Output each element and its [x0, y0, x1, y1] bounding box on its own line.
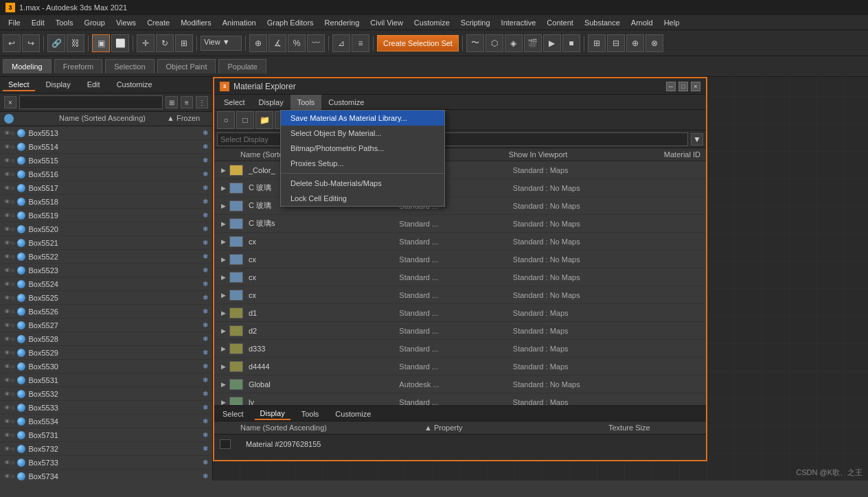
lp-list-row[interactable]: 👁 ○ Box5531 ❄ [0, 373, 212, 387]
lp-list-row[interactable]: 👁 ○ Box5518 ❄ [0, 195, 212, 209]
render-frame-btn[interactable]: ▶ [543, 34, 561, 52]
lp-list-row[interactable]: 👁 ○ Box5515 ❄ [0, 154, 212, 167]
menu-modifiers[interactable]: Modifiers [175, 17, 217, 28]
lp-options-btn[interactable]: ⋮ [196, 96, 208, 108]
mat-expand-arrow[interactable]: ▶ [220, 203, 227, 209]
menu-file[interactable]: File [3, 17, 26, 28]
menu-civil-view[interactable]: Civil View [365, 17, 408, 28]
mat-expand-arrow[interactable]: ▶ [220, 256, 227, 263]
mat-list-row[interactable]: ▶ d4444 Standard ... Standard : Maps [214, 358, 706, 375]
lp-list-row[interactable]: 👁 ○ Box5733 ❄ [0, 456, 212, 470]
mat-expand-arrow[interactable]: ▶ [220, 363, 227, 370]
mat-list-row[interactable]: ▶ cx Standard ... Standard : No Maps [214, 251, 706, 268]
mat-search-btn[interactable]: ▼ [691, 133, 703, 146]
angle-snap-btn[interactable]: ∡ [269, 34, 286, 52]
menu-substance[interactable]: Substance [579, 17, 626, 28]
lp-list-row[interactable]: 👁 ○ Box5514 ❄ [0, 140, 212, 154]
dd-save-material-library[interactable]: Save Material As Material Library... [281, 111, 444, 126]
more-btn3[interactable]: ⊕ [626, 34, 644, 52]
more-btn2[interactable]: ⊟ [607, 34, 625, 52]
percent-snap-btn[interactable]: % [288, 34, 306, 52]
link-btn[interactable]: 🔗 [47, 34, 65, 52]
mat-list-row[interactable]: ▶ cx Standard ... Standard : No Maps [214, 233, 706, 251]
more-btn1[interactable]: ⊞ [588, 34, 606, 52]
maximize-btn[interactable]: □ [678, 82, 688, 91]
tab-populate[interactable]: Populate [218, 59, 266, 73]
mat-expand-arrow[interactable]: ▶ [220, 167, 227, 174]
menu-scripting[interactable]: Scripting [455, 17, 496, 28]
mat-expand-arrow[interactable]: ▶ [220, 310, 227, 316]
minimize-btn[interactable]: ─ [666, 82, 676, 91]
lp-list-row[interactable]: 👁 ○ Box5529 ❄ [0, 346, 212, 360]
curve-editor-btn[interactable]: 〜 [466, 34, 484, 52]
lp-list-row[interactable]: 👁 ○ Box5516 ❄ [0, 167, 212, 181]
lp-tab-display[interactable]: Display [41, 79, 76, 91]
lp-list-row[interactable]: 👁 ○ Box5731 ❄ [0, 428, 212, 442]
mat-expand-arrow[interactable]: ▶ [220, 238, 227, 245]
lp-list-row[interactable]: 👁 ○ Box5530 ❄ [0, 360, 212, 373]
menu-arnold[interactable]: Arnold [626, 17, 659, 28]
dd-bitmap-paths[interactable]: Bitmap/Photometric Paths... [281, 141, 444, 156]
lp-list-row[interactable]: 👁 ○ Box5732 ❄ [0, 442, 212, 456]
create-selection-btn[interactable]: Create Selection Set [377, 35, 459, 51]
view-dropdown[interactable]: View ▼ [201, 36, 242, 51]
menu-edit[interactable]: Edit [26, 17, 50, 28]
scale-btn[interactable]: ⊞ [175, 34, 193, 52]
menu-content[interactable]: Content [541, 17, 579, 28]
align-btn[interactable]: ≡ [352, 34, 369, 52]
mat-expand-arrow[interactable]: ▶ [220, 274, 227, 281]
lp-list-row[interactable]: 👁 ○ Box5522 ❄ [0, 250, 212, 264]
select-btn[interactable]: ▣ [92, 34, 110, 52]
mat-expand-arrow[interactable]: ▶ [220, 292, 227, 299]
mat-list-row[interactable]: ▶ C 玻璃s Standard ... Standard : No Maps [214, 215, 706, 233]
mat-list-row[interactable]: ▶ cx Standard ... Standard : No Maps [214, 268, 706, 286]
mat-expand-arrow[interactable]: ▶ [220, 399, 227, 406]
menu-customize[interactable]: Customize [409, 17, 455, 28]
mat-tb-box[interactable]: □ [236, 111, 254, 129]
tab-object-paint[interactable]: Object Paint [157, 59, 216, 73]
mat-menu-display[interactable]: Display [252, 95, 290, 110]
dd-select-by-material[interactable]: Select Object By Material... [281, 126, 444, 141]
lp-list-row[interactable]: 👁 ○ Box5534 ❄ [0, 415, 212, 428]
select-region-btn[interactable]: ⬜ [111, 34, 129, 52]
menu-group[interactable]: Group [78, 17, 111, 28]
rotate-btn[interactable]: ↻ [156, 34, 174, 52]
tab-selection[interactable]: Selection [105, 59, 154, 73]
mb-tab-tools[interactable]: Tools [296, 408, 325, 419]
tab-freeform[interactable]: Freeform [54, 59, 103, 73]
menu-rendering[interactable]: Rendering [319, 17, 365, 28]
mb-tab-customize[interactable]: Customize [330, 408, 376, 419]
mat-tb-sphere[interactable]: ○ [217, 111, 235, 129]
dd-lock-cell-editing[interactable]: Lock Cell Editing [281, 191, 444, 206]
mirror-btn[interactable]: ⊿ [332, 34, 350, 52]
menu-views[interactable]: Views [111, 17, 141, 28]
mat-list-row[interactable]: ▶ ly Standard ... Standard : Maps [214, 393, 706, 405]
lp-search-icon[interactable]: × [4, 96, 16, 108]
lp-list-row[interactable]: 👁 ○ Box5734 ❄ [0, 470, 212, 481]
mb-tab-display[interactable]: Display [255, 408, 290, 420]
mat-list-row[interactable]: ▶ Global Autodesk ... Standard : No Maps [214, 375, 706, 393]
mat-expand-arrow[interactable]: ▶ [220, 220, 227, 227]
lp-list-row[interactable]: 👁 ○ Box5521 ❄ [0, 236, 212, 250]
lp-list-row[interactable]: 👁 ○ Box5524 ❄ [0, 277, 212, 291]
close-btn[interactable]: × [691, 82, 700, 91]
mat-list-row[interactable]: ▶ d2 Standard ... Standard : Maps [214, 322, 706, 340]
mat-tb-folder[interactable]: 📁 [255, 111, 273, 129]
mat-editor-btn[interactable]: ◈ [505, 34, 523, 52]
lp-search-input[interactable] [19, 95, 163, 109]
menu-help[interactable]: Help [659, 17, 685, 28]
move-btn[interactable]: ✛ [137, 34, 155, 52]
lp-tab-edit[interactable]: Edit [82, 79, 106, 91]
render-prod-btn[interactable]: ■ [562, 34, 580, 52]
lp-tab-customize[interactable]: Customize [111, 79, 158, 91]
mat-expand-arrow[interactable]: ▶ [220, 381, 227, 388]
mat-menu-select[interactable]: Select [217, 95, 252, 110]
dd-proxies-setup[interactable]: Proxies Setup... [281, 156, 444, 171]
menu-animation[interactable]: Animation [217, 17, 262, 28]
lp-list-row[interactable]: 👁 ○ Box5519 ❄ [0, 209, 212, 222]
menu-graph-editors[interactable]: Graph Editors [262, 17, 319, 28]
lp-list-row[interactable]: 👁 ○ Box5513 ❄ [0, 126, 212, 140]
lp-list-row[interactable]: 👁 ○ Box5528 ❄ [0, 332, 212, 346]
mat-expand-arrow[interactable]: ▶ [220, 327, 227, 334]
redo-btn[interactable]: ↪ [22, 34, 40, 52]
